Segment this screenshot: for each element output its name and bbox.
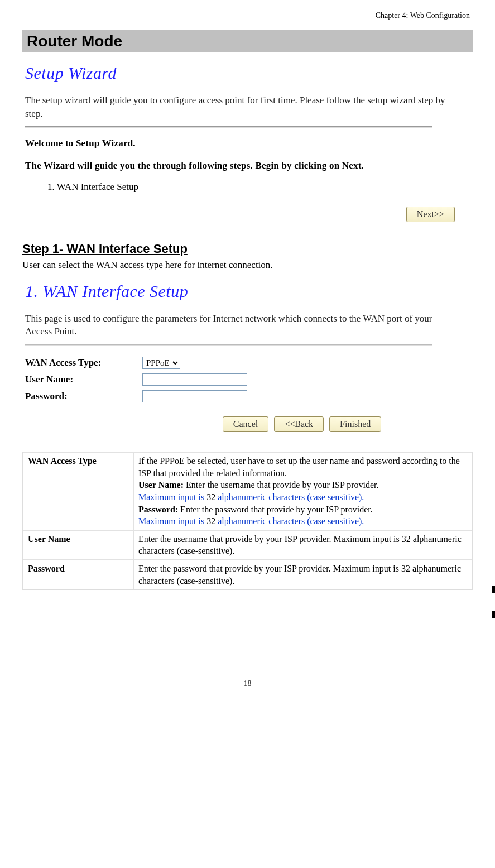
- wan-access-type-label: WAN Access Type:: [25, 357, 142, 368]
- step1-intro: User can select the WAN access type here…: [22, 260, 473, 271]
- chapter-label: Chapter 4: Web Configuration: [22, 11, 473, 20]
- cancel-button[interactable]: Cancel: [223, 416, 268, 432]
- setup-wizard-intro: The setup wizard will guide you to confi…: [25, 94, 455, 121]
- text: Enter the password that provide by your …: [178, 505, 373, 514]
- wan-interface-intro: This page is used to configure the param…: [25, 312, 455, 339]
- setup-wizard-heading: Setup Wizard: [25, 64, 473, 83]
- table-key: WAN Access Type: [23, 452, 133, 530]
- table-value: If the PPPoE be selected, user have to s…: [133, 452, 472, 530]
- username-label: User Name:: [25, 374, 142, 385]
- link-text: alphanumeric characters (case sensitive)…: [215, 516, 364, 526]
- text: 32: [206, 492, 215, 502]
- section-title: Router Mode: [22, 30, 473, 52]
- username-bold: User Name:: [138, 480, 184, 490]
- divider: [25, 344, 432, 346]
- table-row: Password Enter the password that provide…: [23, 560, 472, 589]
- setup-wizard-screenshot: Setup Wizard The setup wizard will guide…: [25, 58, 473, 228]
- divider: [25, 126, 432, 128]
- page-edge-mark: [492, 611, 495, 618]
- password-input[interactable]: [142, 390, 247, 402]
- text: If the PPPoE be selected, user have to s…: [138, 456, 460, 478]
- finished-button[interactable]: Finished: [329, 416, 381, 432]
- link-text: alphanumeric characters (case sensitive)…: [215, 492, 364, 502]
- table-key: User Name: [23, 530, 133, 560]
- back-button[interactable]: <<Back: [274, 416, 324, 432]
- next-button[interactable]: Next>>: [406, 207, 455, 222]
- page-edge-mark: [492, 586, 495, 593]
- text: Enter the username that provide by your …: [184, 480, 379, 490]
- username-input[interactable]: [142, 373, 247, 386]
- wan-access-type-select[interactable]: PPPoE: [142, 357, 180, 369]
- table-row: WAN Access Type If the PPPoE be selected…: [23, 452, 472, 530]
- password-bold: Password:: [138, 505, 178, 514]
- table-value: Enter the password that provide by your …: [133, 560, 472, 589]
- wizard-step-list-item: 1. WAN Interface Setup: [47, 181, 473, 193]
- table-row: User Name Enter the username that provid…: [23, 530, 472, 560]
- table-value: Enter the username that provide by your …: [133, 530, 472, 560]
- link-text: Maximum input is: [138, 492, 206, 502]
- step1-heading: Step 1- WAN Interface Setup: [22, 242, 473, 256]
- description-table: WAN Access Type If the PPPoE be selected…: [22, 452, 473, 590]
- wan-interface-screenshot: 1. WAN Interface Setup This page is used…: [25, 276, 473, 438]
- page-number: 18: [22, 679, 473, 688]
- table-key: Password: [23, 560, 133, 589]
- link-text: Maximum input is: [138, 516, 206, 526]
- wan-interface-heading: 1. WAN Interface Setup: [25, 282, 473, 301]
- setup-wizard-guide: The Wizard will guide you the through fo…: [25, 160, 473, 171]
- setup-wizard-welcome: Welcome to Setup Wizard.: [25, 138, 473, 149]
- password-label: Password:: [25, 391, 142, 402]
- text: 32: [206, 516, 215, 526]
